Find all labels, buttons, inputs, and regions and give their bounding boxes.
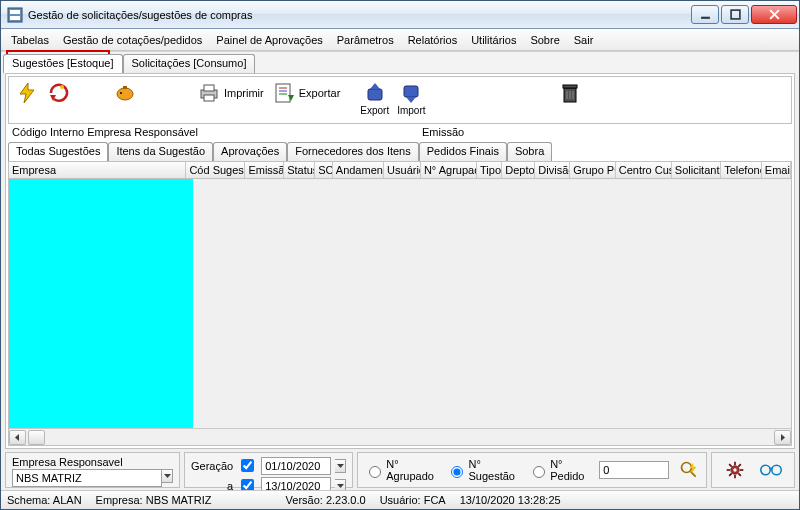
column-header[interactable]: Depto. xyxy=(502,162,535,178)
svg-rect-26 xyxy=(563,85,577,88)
column-header[interactable]: Tipo xyxy=(477,162,502,178)
tab-itens-sugestao[interactable]: Itens da Sugestão xyxy=(108,142,213,161)
geracao-group: Geração 01/10/2020 a 13/10/2020 xyxy=(184,452,353,488)
empresa-group: Empresa Responsavel xyxy=(5,452,180,488)
delete-button[interactable] xyxy=(556,80,584,106)
window-controls xyxy=(691,5,797,24)
export-icon-button[interactable]: Export xyxy=(358,80,391,117)
date-from-dropdown[interactable] xyxy=(335,459,346,473)
maximize-button[interactable] xyxy=(721,5,749,24)
titlebar: Gestão de solicitações/sugestões de comp… xyxy=(1,1,799,29)
radio-sugestao-wrap[interactable]: N° Sugestão xyxy=(446,458,520,482)
export-doc-icon xyxy=(272,81,296,105)
svg-marker-31 xyxy=(781,434,785,441)
column-header[interactable]: Solicitante xyxy=(672,162,721,178)
export-button[interactable]: Exportar xyxy=(270,80,343,106)
printer-icon xyxy=(197,81,221,105)
export-label: Exportar xyxy=(299,87,341,99)
svg-point-35 xyxy=(681,463,691,473)
tab-sobra[interactable]: Sobra xyxy=(507,142,552,161)
lightning-icon xyxy=(15,81,39,105)
date-from-checkbox[interactable] xyxy=(241,459,254,472)
menu-gestao-cotacoes[interactable]: Gestão de cotações/pedidos xyxy=(56,32,209,48)
radio-pedido-wrap[interactable]: N° Pedido xyxy=(528,458,591,482)
scroll-right-button[interactable] xyxy=(774,430,791,445)
grid-selection-column[interactable] xyxy=(9,179,193,428)
menu-utilitarios[interactable]: Utilitários xyxy=(464,32,523,48)
tab-sugestoes-estoque[interactable]: Sugestões [Estoque] xyxy=(3,54,123,73)
menu-sair[interactable]: Sair xyxy=(567,32,601,48)
column-header[interactable]: Status xyxy=(284,162,315,178)
svg-marker-7 xyxy=(20,83,34,103)
svg-marker-30 xyxy=(15,434,19,441)
column-header[interactable]: Divisão xyxy=(535,162,570,178)
svg-rect-14 xyxy=(204,85,214,91)
date-from-field[interactable]: 01/10/2020 xyxy=(261,457,331,475)
column-header[interactable]: Centro Custo xyxy=(616,162,672,178)
grid-body[interactable] xyxy=(9,179,791,428)
tool-piggy[interactable] xyxy=(111,80,139,106)
column-header[interactable]: Cód Sugestão xyxy=(186,162,245,178)
tool-refresh[interactable] xyxy=(45,80,73,106)
status-schema: Schema: ALAN xyxy=(7,494,82,506)
gear-button[interactable] xyxy=(722,457,748,483)
print-button[interactable]: Imprimir xyxy=(195,80,266,106)
tab-todas-sugestoes[interactable]: Todas Sugestões xyxy=(8,142,108,161)
menu-tabelas[interactable]: Tabelas xyxy=(4,32,56,48)
tab-solicitacoes-consumo[interactable]: Solicitações [Consumo] xyxy=(123,54,256,73)
grid-header-row: EmpresaCód SugestãoEmissãoStatusSCAndame… xyxy=(9,162,791,179)
svg-rect-21 xyxy=(368,89,382,100)
import-icon-button[interactable]: Import xyxy=(395,80,427,117)
svg-marker-24 xyxy=(406,97,416,103)
svg-rect-23 xyxy=(404,86,418,97)
menubar: Tabelas Gestão de cotações/pedidos Paine… xyxy=(1,29,799,51)
content-area: Imprimir Exportar Export Import Código I… xyxy=(5,73,795,449)
empresa-dropdown-button[interactable] xyxy=(162,469,173,483)
close-button[interactable] xyxy=(751,5,797,24)
svg-marker-33 xyxy=(337,464,344,468)
column-header[interactable]: N° Agrupada xyxy=(421,162,477,178)
status-versao: Versão: 2.23.0.0 xyxy=(286,494,366,506)
trash-icon xyxy=(558,81,582,105)
tool-lightning[interactable] xyxy=(13,80,41,106)
column-header[interactable]: Empresa xyxy=(9,162,186,178)
column-header[interactable]: Telefone xyxy=(721,162,762,178)
main-tabstrip: Sugestões [Estoque] Solicitações [Consum… xyxy=(1,51,799,73)
menu-parametros[interactable]: Parâmetros xyxy=(330,32,401,48)
radio-agrupado-wrap[interactable]: N° Agrupado xyxy=(364,458,438,482)
svg-line-36 xyxy=(690,472,695,477)
tab-pedidos-finais[interactable]: Pedidos Finais xyxy=(419,142,507,161)
tab-fornecedores[interactable]: Fornecedores dos Itens xyxy=(287,142,419,161)
column-header[interactable]: Grupo PC xyxy=(570,162,616,178)
menu-relatorios[interactable]: Relatórios xyxy=(401,32,465,48)
svg-point-11 xyxy=(120,92,122,94)
radio-pedido[interactable] xyxy=(533,466,545,478)
grid-tabstrip: Todas Sugestões Itens da Sugestão Aprova… xyxy=(6,140,794,161)
scroll-left-button[interactable] xyxy=(9,430,26,445)
svg-rect-4 xyxy=(731,10,740,19)
status-empresa: Empresa: NBS MATRIZ xyxy=(96,494,212,506)
column-header[interactable]: Emissão xyxy=(245,162,284,178)
refresh-icon xyxy=(47,81,71,105)
menu-painel-aprovacoes[interactable]: Painel de Aprovações xyxy=(209,32,329,48)
menu-sobre[interactable]: Sobre xyxy=(523,32,566,48)
scroll-thumb[interactable] xyxy=(28,430,45,445)
column-header[interactable]: Andamento xyxy=(333,162,384,178)
column-header[interactable]: SC xyxy=(315,162,333,178)
search-group: N° Agrupado N° Sugestão N° Pedido xyxy=(357,452,707,488)
svg-rect-2 xyxy=(10,16,20,20)
column-header[interactable]: Email xyxy=(762,162,791,178)
empresa-field[interactable] xyxy=(12,469,162,487)
minimize-button[interactable] xyxy=(691,5,719,24)
tab-aprovacoes[interactable]: Aprovações xyxy=(213,142,287,161)
horizontal-scrollbar[interactable] xyxy=(9,428,791,445)
radio-sugestao[interactable] xyxy=(451,466,463,478)
import-arrow-icon xyxy=(399,81,423,105)
radio-agrupado[interactable] xyxy=(369,466,381,478)
binoculars-button[interactable] xyxy=(758,457,784,483)
numero-field[interactable] xyxy=(599,461,669,479)
column-header[interactable]: Usuário xyxy=(384,162,421,178)
status-usuario: Usuário: FCA xyxy=(380,494,446,506)
search-lightning-button[interactable] xyxy=(677,457,700,483)
statusbar: Schema: ALAN Empresa: NBS MATRIZ Versão:… xyxy=(1,490,799,509)
